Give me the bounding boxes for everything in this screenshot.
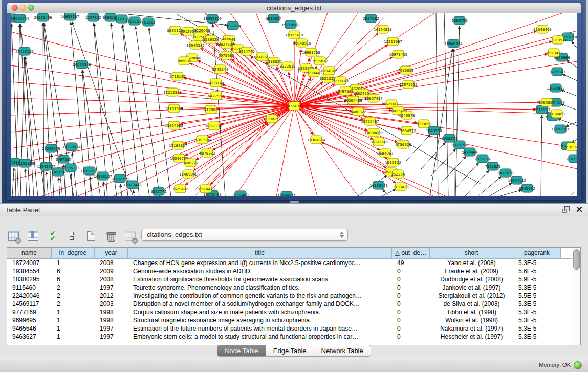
graph-node[interactable]: 8813054 [266, 14, 282, 23]
graph-node[interactable]: 12975115 [399, 80, 418, 89]
graph-edge[interactable] [572, 41, 577, 49]
column-header-title[interactable]: title [128, 248, 392, 259]
graph-edge[interactable] [20, 57, 25, 196]
graph-node[interactable]: 252254 [391, 170, 405, 178]
graph-node[interactable]: 417008 [204, 105, 218, 114]
graph-node[interactable]: 10654112 [508, 176, 526, 184]
citation-network-graph[interactable]: 1872400726291741405572420891406106532871… [11, 13, 577, 196]
table-row[interactable]: 969969511998Structural magnetic resonanc… [7, 316, 572, 324]
graph-edge[interactable] [25, 57, 34, 196]
graph-node[interactable]: 2718126 [169, 72, 186, 80]
graph-node[interactable]: 18107554 [165, 104, 183, 113]
graph-edge[interactable] [77, 106, 294, 196]
graph-node[interactable]: 8267130 [206, 122, 222, 130]
graph-node[interactable]: 10543382 [186, 41, 205, 49]
graph-node[interactable]: 9975685 [218, 51, 234, 59]
graph-node[interactable]: 6879197 [451, 141, 467, 149]
column-header-pagerank[interactable]: pagerank [513, 248, 561, 259]
graph-edge[interactable] [406, 135, 430, 161]
network-canvas[interactable]: 1872400726291741405572420891406106532871… [11, 13, 577, 196]
graph-node[interactable]: 10688609 [364, 128, 383, 137]
graph-node[interactable]: 9756928 [395, 140, 411, 148]
graph-node[interactable]: 8322037 [279, 62, 295, 70]
graph-edge[interactable] [294, 106, 401, 129]
graph-node[interactable]: 9097587 [55, 155, 71, 163]
graph-edge[interactable] [541, 115, 542, 196]
graph-edge[interactable] [47, 172, 48, 196]
tab-edge-table[interactable]: Edge Table [266, 345, 314, 357]
graph-node[interactable]: 8878332 [199, 149, 215, 157]
graph-node[interactable]: 16136141 [369, 181, 388, 189]
graph-node[interactable]: 16154838 [374, 25, 392, 33]
graph-node[interactable]: 8498222 [182, 159, 198, 167]
table-row[interactable]: 946554611997Estimation of the future num… [7, 324, 572, 333]
graph-node[interactable]: 8186328 [203, 35, 219, 43]
scrollbar-thumb[interactable] [573, 249, 580, 270]
graph-node[interactable]: 1167535 [566, 155, 577, 163]
column-header-name[interactable]: name [7, 248, 52, 259]
graph-node[interactable]: 18325419 [285, 31, 303, 39]
graph-node[interactable]: 9474444 [462, 148, 478, 156]
graph-edge[interactable] [136, 27, 160, 196]
table-scrollbar[interactable] [572, 248, 580, 345]
graph-edge[interactable] [444, 13, 448, 196]
graph-node[interactable]: 9777169 [332, 77, 348, 85]
table-row[interactable]: 2242004622012Investigating the contribut… [7, 292, 572, 300]
graph-edge[interactable] [103, 182, 105, 196]
graph-node[interactable]: 11548408 [533, 25, 552, 33]
close-panel-icon[interactable] [576, 206, 583, 213]
graph-node[interactable]: 1154469 [549, 110, 564, 118]
row-mode-button[interactable] [66, 230, 78, 242]
graph-node[interactable]: 9115460 [232, 191, 248, 196]
graph-node[interactable]: 7955812 [312, 57, 328, 65]
graph-node[interactable]: 9699695 [416, 120, 431, 128]
graph-edge[interactable] [26, 169, 27, 196]
graph-node[interactable]: 7832621 [485, 162, 500, 170]
graph-edge[interactable] [12, 168, 14, 196]
graph-node[interactable]: 2803144 [208, 79, 224, 87]
column-header-year[interactable]: year [95, 248, 128, 259]
graph-node[interactable]: 20453109 [15, 47, 34, 55]
graph-edge[interactable] [123, 25, 149, 196]
graph-node[interactable]: 2935114 [474, 155, 491, 163]
graph-node[interactable]: 1615132 [385, 158, 401, 166]
graph-edge[interactable] [565, 122, 577, 127]
graph-node[interactable]: 9245652 [519, 184, 535, 192]
graph-node[interactable]: 10653287 [61, 13, 79, 20]
graph-node[interactable]: 1949578 [399, 111, 415, 119]
table-row[interactable]: 1938455462009Genome-wide association stu… [7, 267, 572, 275]
table-select-dropdown[interactable]: citations_edges.txt [141, 229, 348, 241]
graph-edge[interactable] [208, 106, 294, 138]
table-row[interactable]: 911546021997Tourette syndrome. Phenomeno… [7, 283, 572, 292]
graph-edge[interactable] [489, 183, 512, 196]
graph-edge[interactable] [453, 49, 454, 196]
graph-edge[interactable] [72, 152, 77, 196]
new-document-button[interactable] [85, 230, 97, 242]
select-rows-button[interactable]: ✔✔ [46, 230, 58, 242]
graph-edge[interactable] [499, 190, 521, 196]
network-window-titlebar[interactable]: citations_edges.txt [7, 3, 581, 13]
graph-edge[interactable] [120, 184, 122, 196]
graph-node[interactable]: 6497568 [337, 87, 353, 95]
graph-edge[interactable] [294, 106, 398, 142]
graph-edge[interactable] [421, 142, 446, 169]
graph-node[interactable]: 12409948 [179, 170, 198, 178]
graph-node[interactable]: 1686799 [451, 16, 467, 25]
graph-node[interactable]: 2687682 [363, 14, 379, 23]
delete-table-button[interactable] [104, 230, 117, 242]
graph-edge[interactable] [11, 32, 294, 106]
column-header-in_degree[interactable]: in_degree [52, 248, 95, 259]
graph-edge[interactable] [149, 28, 171, 196]
graph-node[interactable]: 16961758 [302, 48, 320, 56]
graph-node[interactable]: 7625402 [172, 185, 188, 193]
graph-node[interactable]: 6471676 [497, 169, 514, 177]
graph-node[interactable]: 17359924 [62, 143, 81, 151]
graph-node[interactable]: 9427552 [208, 92, 224, 100]
graph-edge[interactable] [294, 106, 551, 114]
graph-edge[interactable] [11, 106, 294, 165]
graph-edge[interactable] [11, 24, 11, 196]
graph-node[interactable]: 19218506 [281, 20, 300, 29]
graph-edge[interactable] [294, 106, 380, 150]
table-row[interactable]: 1872400712008Changes of HCN gene express… [7, 259, 572, 267]
graph-node[interactable]: 15353594 [193, 136, 211, 144]
